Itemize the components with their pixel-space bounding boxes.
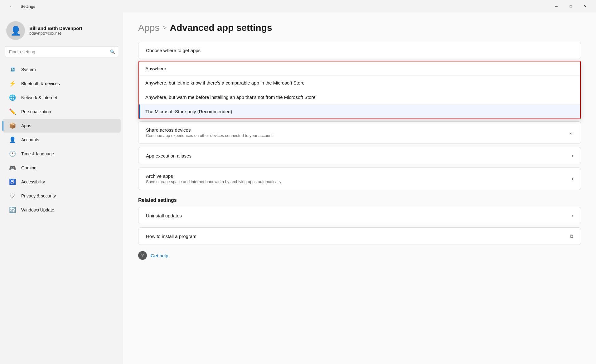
dropdown-menu[interactable]: AnywhereAnywhere, but let me know if the… xyxy=(138,61,581,119)
breadcrumb-current: Advanced app settings xyxy=(170,22,272,33)
archive-left: Archive apps Save storage space and inte… xyxy=(146,173,281,184)
how-to-install-title: How to install a program xyxy=(146,234,196,239)
get-help-row[interactable]: ? Get help xyxy=(138,251,581,260)
sidebar-label-time: Time & language xyxy=(21,151,54,156)
accounts-icon: 👤 xyxy=(9,136,16,143)
sidebar-label-system: System xyxy=(21,67,36,72)
privacy-icon: 🛡 xyxy=(9,192,16,200)
how-to-install-card[interactable]: How to install a program ⧉ xyxy=(138,227,581,245)
uninstall-chevron: › xyxy=(572,213,573,218)
dropdown-option-anywhere-warn[interactable]: Anywhere, but warn me before installing … xyxy=(139,90,580,104)
minimize-button[interactable]: ─ xyxy=(549,1,564,11)
sidebar-item-gaming[interactable]: 🎮 Gaming xyxy=(2,161,121,175)
breadcrumb: Apps > Advanced app settings xyxy=(138,22,581,33)
archive-apps-row[interactable]: Archive apps Save storage space and inte… xyxy=(138,168,581,190)
archive-apps-card[interactable]: Archive apps Save storage space and inte… xyxy=(138,167,581,190)
sidebar-item-bluetooth[interactable]: ⚡ Bluetooth & devices xyxy=(2,77,121,90)
archive-subtitle: Save storage space and internet bandwidt… xyxy=(146,179,281,184)
sidebar-item-personalization[interactable]: ✏️ Personalization xyxy=(2,105,121,119)
external-link-icon: ⧉ xyxy=(570,233,573,239)
sidebar-label-bluetooth: Bluetooth & devices xyxy=(21,81,60,86)
sidebar-item-time[interactable]: 🕐 Time & language xyxy=(2,147,121,161)
dropdown-option-anywhere[interactable]: Anywhere xyxy=(139,61,580,76)
choose-apps-row[interactable]: Choose where to get apps xyxy=(138,42,581,59)
app-execution-row[interactable]: App execution aliases › xyxy=(138,147,581,164)
share-title: Share across devices xyxy=(146,127,273,133)
uninstall-title: Uninstall updates xyxy=(146,213,182,218)
profile-name: Bill and Beth Davenport xyxy=(29,26,82,31)
uninstall-updates-card[interactable]: Uninstall updates › xyxy=(138,207,581,224)
uninstall-updates-row[interactable]: Uninstall updates › xyxy=(138,207,581,224)
choose-apps-title: Choose where to get apps xyxy=(146,48,201,53)
sidebar-item-accounts[interactable]: 👤 Accounts xyxy=(2,133,121,147)
sidebar-label-personalization: Personalization xyxy=(21,109,51,114)
archive-title: Archive apps xyxy=(146,173,281,179)
app-exec-title: App execution aliases xyxy=(146,153,191,158)
sidebar-item-system[interactable]: 🖥 System xyxy=(2,63,121,76)
get-help-icon: ? xyxy=(138,251,147,260)
app-title: Settings xyxy=(21,4,35,9)
breadcrumb-parent: Apps xyxy=(138,22,159,33)
profile-info: Bill and Beth Davenport bdavnpt@cox.net xyxy=(29,26,82,36)
share-chevron: ⌄ xyxy=(569,130,573,136)
sidebar-label-apps: Apps xyxy=(21,123,31,128)
main-content: Apps > Advanced app settings Choose wher… xyxy=(123,12,596,364)
time-icon: 🕐 xyxy=(9,150,16,158)
profile-email: bdavnpt@cox.net xyxy=(29,31,82,36)
search-icon: 🔍 xyxy=(110,49,115,54)
archive-chevron: › xyxy=(572,176,573,182)
search-input[interactable] xyxy=(5,46,118,57)
user-icon: 👤 xyxy=(10,26,21,36)
back-icon: ‹ xyxy=(10,4,12,8)
close-button[interactable]: ✕ xyxy=(578,1,592,11)
accessibility-icon: ♿ xyxy=(9,178,16,186)
sidebar-label-accessibility: Accessibility xyxy=(21,179,45,184)
system-icon: 🖥 xyxy=(9,66,16,73)
share-across-left: Share across devices Continue app experi… xyxy=(146,127,273,138)
choose-apps-card[interactable]: Choose where to get apps AnywhereAnywher… xyxy=(138,42,581,59)
how-to-install-left: How to install a program xyxy=(146,234,196,239)
avatar: 👤 xyxy=(6,21,25,40)
sidebar-label-gaming: Gaming xyxy=(21,165,36,170)
sidebar-item-update[interactable]: 🔄 Windows Update xyxy=(2,203,121,217)
profile-area[interactable]: 👤 Bill and Beth Davenport bdavnpt@cox.ne… xyxy=(0,17,123,46)
how-to-install-row[interactable]: How to install a program ⧉ xyxy=(138,228,581,245)
choose-apps-left: Choose where to get apps xyxy=(146,48,201,53)
app-exec-left: App execution aliases xyxy=(146,153,191,158)
sidebar-label-privacy: Privacy & security xyxy=(21,193,56,198)
app-body: 👤 Bill and Beth Davenport bdavnpt@cox.ne… xyxy=(0,12,596,364)
dropdown-option-anywhere-notify[interactable]: Anywhere, but let me know if there's a c… xyxy=(139,76,580,90)
maximize-button[interactable]: □ xyxy=(564,1,578,11)
update-icon: 🔄 xyxy=(9,206,16,214)
dropdown-option-store-only[interactable]: The Microsoft Store only (Recommended) xyxy=(139,104,580,119)
bluetooth-icon: ⚡ xyxy=(9,80,16,87)
sidebar-item-network[interactable]: 🌐 Network & internet xyxy=(2,91,121,104)
share-across-devices-card[interactable]: Share across devices Continue app experi… xyxy=(138,121,581,144)
sidebar-label-update: Windows Update xyxy=(21,207,54,212)
search-box[interactable]: 🔍 xyxy=(5,46,118,57)
breadcrumb-separator: > xyxy=(162,24,167,32)
get-help-link[interactable]: Get help xyxy=(151,253,168,258)
titlebar: ‹ Settings ─ □ ✕ xyxy=(0,0,596,12)
share-subtitle: Continue app experiences on other device… xyxy=(146,133,273,138)
sidebar-label-network: Network & internet xyxy=(21,95,57,100)
sidebar-label-accounts: Accounts xyxy=(21,137,39,142)
sidebar-item-apps[interactable]: 📦 Apps xyxy=(2,119,121,133)
sidebar: 👤 Bill and Beth Davenport bdavnpt@cox.ne… xyxy=(0,12,123,364)
gaming-icon: 🎮 xyxy=(9,164,16,172)
back-button[interactable]: ‹ xyxy=(4,1,18,11)
personalization-icon: ✏️ xyxy=(9,108,16,115)
nav-list: 🖥 System ⚡ Bluetooth & devices 🌐 Network… xyxy=(0,62,123,217)
network-icon: 🌐 xyxy=(9,94,16,101)
app-exec-chevron: › xyxy=(572,153,573,158)
uninstall-left: Uninstall updates xyxy=(146,213,182,218)
window-controls: ─ □ ✕ xyxy=(549,1,592,11)
sidebar-item-privacy[interactable]: 🛡 Privacy & security xyxy=(2,189,121,203)
app-execution-aliases-card[interactable]: App execution aliases › xyxy=(138,147,581,164)
share-across-devices-row[interactable]: Share across devices Continue app experi… xyxy=(138,122,581,143)
related-settings-label: Related settings xyxy=(138,197,581,203)
apps-icon: 📦 xyxy=(9,122,16,129)
sidebar-item-accessibility[interactable]: ♿ Accessibility xyxy=(2,175,121,189)
